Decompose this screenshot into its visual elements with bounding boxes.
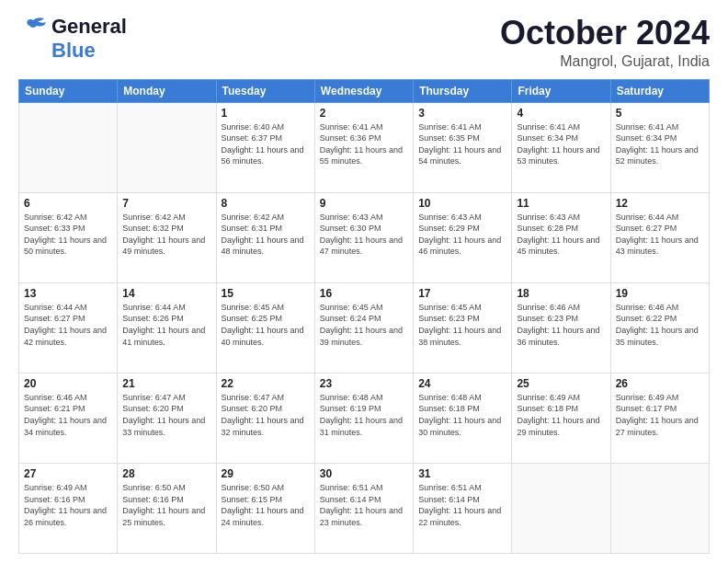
table-row [118, 102, 216, 192]
logo-blue-text: Blue [51, 39, 96, 63]
table-row: 31Sunrise: 6:51 AMSunset: 6:14 PMDayligh… [414, 463, 512, 553]
day-info: Sunrise: 6:49 AMSunset: 6:17 PMDaylight:… [616, 392, 704, 438]
day-info: Sunrise: 6:44 AMSunset: 6:26 PMDaylight:… [122, 302, 210, 348]
day-info: Sunrise: 6:45 AMSunset: 6:23 PMDaylight:… [418, 302, 506, 348]
day-info: Sunrise: 6:41 AMSunset: 6:35 PMDaylight:… [418, 121, 506, 167]
table-row: 27Sunrise: 6:49 AMSunset: 6:16 PMDayligh… [19, 463, 118, 553]
calendar-week-row: 6Sunrise: 6:42 AMSunset: 6:33 PMDaylight… [19, 192, 710, 282]
day-info: Sunrise: 6:42 AMSunset: 6:33 PMDaylight:… [24, 212, 112, 258]
table-row: 21Sunrise: 6:47 AMSunset: 6:20 PMDayligh… [118, 373, 216, 463]
table-row: 20Sunrise: 6:46 AMSunset: 6:21 PMDayligh… [19, 373, 118, 463]
day-number: 11 [517, 197, 605, 210]
title-section: October 2024 Mangrol, Gujarat, India [500, 15, 710, 70]
day-info: Sunrise: 6:48 AMSunset: 6:18 PMDaylight:… [418, 392, 506, 438]
day-number: 14 [122, 287, 210, 300]
calendar-week-row: 13Sunrise: 6:44 AMSunset: 6:27 PMDayligh… [19, 282, 710, 373]
day-info: Sunrise: 6:41 AMSunset: 6:34 PMDaylight:… [517, 121, 605, 167]
day-info: Sunrise: 6:51 AMSunset: 6:14 PMDaylight:… [320, 482, 408, 528]
day-info: Sunrise: 6:40 AMSunset: 6:37 PMDaylight:… [222, 121, 310, 167]
day-number: 10 [418, 197, 506, 210]
day-number: 18 [517, 287, 605, 300]
day-info: Sunrise: 6:50 AMSunset: 6:16 PMDaylight:… [122, 482, 210, 528]
table-row: 12Sunrise: 6:44 AMSunset: 6:27 PMDayligh… [610, 192, 709, 282]
table-row: 11Sunrise: 6:43 AMSunset: 6:28 PMDayligh… [512, 192, 610, 282]
day-number: 12 [616, 197, 704, 210]
location-title: Mangrol, Gujarat, India [500, 53, 710, 70]
table-row: 26Sunrise: 6:49 AMSunset: 6:17 PMDayligh… [610, 373, 709, 463]
day-info: Sunrise: 6:45 AMSunset: 6:24 PMDaylight:… [320, 302, 408, 348]
table-row [610, 463, 709, 553]
page: General Blue October 2024 Mangrol, Gujar… [0, 0, 728, 563]
day-info: Sunrise: 6:42 AMSunset: 6:32 PMDaylight:… [122, 212, 210, 258]
day-info: Sunrise: 6:43 AMSunset: 6:30 PMDaylight:… [320, 212, 408, 258]
table-row: 3Sunrise: 6:41 AMSunset: 6:35 PMDaylight… [414, 102, 512, 192]
month-title: October 2024 [500, 15, 710, 52]
day-number: 25 [517, 377, 605, 390]
table-row: 5Sunrise: 6:41 AMSunset: 6:34 PMDaylight… [610, 102, 709, 192]
table-row: 30Sunrise: 6:51 AMSunset: 6:14 PMDayligh… [314, 463, 413, 553]
day-info: Sunrise: 6:48 AMSunset: 6:19 PMDaylight:… [320, 392, 408, 438]
day-number: 7 [122, 197, 210, 210]
day-info: Sunrise: 6:44 AMSunset: 6:27 PMDaylight:… [24, 302, 112, 348]
day-number: 28 [122, 467, 210, 480]
table-row: 2Sunrise: 6:41 AMSunset: 6:36 PMDaylight… [314, 102, 413, 192]
day-number: 24 [418, 377, 506, 390]
table-row: 9Sunrise: 6:43 AMSunset: 6:30 PMDaylight… [314, 192, 413, 282]
table-row: 13Sunrise: 6:44 AMSunset: 6:27 PMDayligh… [19, 282, 118, 373]
day-info: Sunrise: 6:45 AMSunset: 6:25 PMDaylight:… [222, 302, 310, 348]
table-row [512, 463, 610, 553]
day-info: Sunrise: 6:47 AMSunset: 6:20 PMDaylight:… [222, 392, 310, 438]
day-info: Sunrise: 6:41 AMSunset: 6:36 PMDaylight:… [320, 121, 408, 167]
calendar-week-row: 27Sunrise: 6:49 AMSunset: 6:16 PMDayligh… [19, 463, 710, 553]
day-number: 3 [418, 107, 506, 120]
table-row [19, 102, 118, 192]
col-wednesday: Wednesday [314, 79, 413, 102]
day-number: 21 [122, 377, 210, 390]
day-number: 4 [517, 107, 605, 120]
day-number: 15 [222, 287, 310, 300]
table-row: 4Sunrise: 6:41 AMSunset: 6:34 PMDaylight… [512, 102, 610, 192]
header: General Blue October 2024 Mangrol, Gujar… [18, 15, 710, 70]
day-info: Sunrise: 6:47 AMSunset: 6:20 PMDaylight:… [122, 392, 210, 438]
day-number: 20 [24, 377, 112, 390]
table-row: 19Sunrise: 6:46 AMSunset: 6:22 PMDayligh… [610, 282, 709, 373]
day-number: 27 [24, 467, 112, 480]
day-number: 5 [616, 107, 704, 120]
table-row: 18Sunrise: 6:46 AMSunset: 6:23 PMDayligh… [512, 282, 610, 373]
table-row: 17Sunrise: 6:45 AMSunset: 6:23 PMDayligh… [414, 282, 512, 373]
day-info: Sunrise: 6:46 AMSunset: 6:21 PMDaylight:… [24, 392, 112, 438]
col-saturday: Saturday [610, 79, 709, 102]
calendar-header-row: Sunday Monday Tuesday Wednesday Thursday… [19, 79, 710, 102]
day-info: Sunrise: 6:42 AMSunset: 6:31 PMDaylight:… [222, 212, 310, 258]
day-info: Sunrise: 6:44 AMSunset: 6:27 PMDaylight:… [616, 212, 704, 258]
calendar-week-row: 20Sunrise: 6:46 AMSunset: 6:21 PMDayligh… [19, 373, 710, 463]
table-row: 15Sunrise: 6:45 AMSunset: 6:25 PMDayligh… [216, 282, 314, 373]
day-info: Sunrise: 6:50 AMSunset: 6:15 PMDaylight:… [222, 482, 310, 528]
table-row: 28Sunrise: 6:50 AMSunset: 6:16 PMDayligh… [118, 463, 216, 553]
day-number: 1 [222, 107, 310, 120]
day-info: Sunrise: 6:43 AMSunset: 6:28 PMDaylight:… [517, 212, 605, 258]
day-info: Sunrise: 6:49 AMSunset: 6:16 PMDaylight:… [24, 482, 112, 528]
day-number: 23 [320, 377, 408, 390]
logo-text: General [51, 15, 127, 39]
day-info: Sunrise: 6:43 AMSunset: 6:29 PMDaylight:… [418, 212, 506, 258]
table-row: 22Sunrise: 6:47 AMSunset: 6:20 PMDayligh… [216, 373, 314, 463]
day-number: 9 [320, 197, 408, 210]
day-info: Sunrise: 6:49 AMSunset: 6:18 PMDaylight:… [517, 392, 605, 438]
logo: General Blue [18, 15, 127, 63]
col-friday: Friday [512, 79, 610, 102]
day-number: 19 [616, 287, 704, 300]
col-thursday: Thursday [414, 79, 512, 102]
day-number: 8 [222, 197, 310, 210]
day-number: 22 [222, 377, 310, 390]
day-number: 2 [320, 107, 408, 120]
table-row: 16Sunrise: 6:45 AMSunset: 6:24 PMDayligh… [314, 282, 413, 373]
calendar-week-row: 1Sunrise: 6:40 AMSunset: 6:37 PMDaylight… [19, 102, 710, 192]
table-row: 14Sunrise: 6:44 AMSunset: 6:26 PMDayligh… [118, 282, 216, 373]
col-sunday: Sunday [19, 79, 118, 102]
day-info: Sunrise: 6:46 AMSunset: 6:23 PMDaylight:… [517, 302, 605, 348]
day-number: 17 [418, 287, 506, 300]
table-row: 7Sunrise: 6:42 AMSunset: 6:32 PMDaylight… [118, 192, 216, 282]
table-row: 29Sunrise: 6:50 AMSunset: 6:15 PMDayligh… [216, 463, 314, 553]
day-info: Sunrise: 6:46 AMSunset: 6:22 PMDaylight:… [616, 302, 704, 348]
